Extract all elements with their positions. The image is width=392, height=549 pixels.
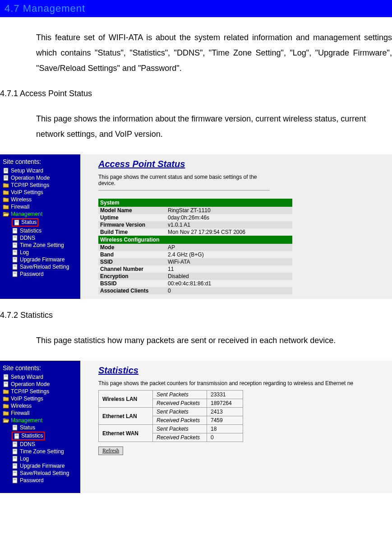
sidebar-item-timezone[interactable]: Time Zone Setting (2, 448, 78, 455)
sidebar-item-firewall[interactable]: Firewall (2, 409, 78, 417)
cell-key: Firmware Version (98, 221, 166, 228)
sidebar-item-management[interactable]: Management (2, 417, 78, 424)
sidebar-item-password[interactable]: Password (2, 270, 78, 278)
svg-rect-44 (13, 442, 17, 447)
content-desc: This page shows the current status and s… (98, 174, 270, 186)
cell-val: v1.0.1 A1 (166, 221, 292, 228)
packet-value: 1897264 (207, 399, 243, 408)
folder-icon (3, 410, 9, 416)
svg-rect-17 (13, 242, 17, 248)
sidebar-item-tcpip[interactable]: TCP/IP Settings (2, 388, 78, 395)
sidebar-item-label: VoIP Settings (11, 189, 43, 195)
sidebar-item-label: Password (20, 271, 44, 277)
svg-rect-53 (13, 463, 17, 469)
sidebar-item-log[interactable]: Log (2, 249, 78, 256)
packet-label: Received Packets (153, 433, 207, 442)
sidebar-item-operation-mode[interactable]: Operation Mode (2, 174, 78, 181)
cell-key: Model Name (98, 207, 166, 214)
packet-label: Received Packets (153, 399, 207, 408)
sidebar-item-label: Firewall (11, 410, 29, 416)
screenshot-statistics: Site contents: Setup Wizard Operation Mo… (0, 361, 392, 493)
sidebar-item-setup-wizard[interactable]: Setup Wizard (2, 373, 78, 381)
table-row: SSIDWiFi-ATA (98, 258, 292, 265)
sidebar-item-ddns[interactable]: DDNS (2, 234, 78, 242)
sidebar-item-label: Status (20, 424, 35, 431)
table-row: Model NameRingStar ZT-1110 (98, 207, 292, 214)
sidebar-item-savereload[interactable]: Save/Reload Setting (2, 470, 78, 477)
sidebar-item-timezone[interactable]: Time Zone Setting (2, 242, 78, 249)
sidebar-item-label: Management (11, 417, 42, 423)
sidebar-item-upgrade[interactable]: Upgrade Firmware (2, 462, 78, 470)
sidebar-item-setup-wizard[interactable]: Setup Wizard (2, 167, 78, 174)
cell-val: 00:e0:4c:81:86:d1 (166, 280, 292, 287)
file-icon (3, 167, 9, 174)
folder-icon (3, 396, 9, 401)
sidebar-item-upgrade[interactable]: Upgrade Firmware (2, 256, 78, 263)
packet-label: Received Packets (153, 416, 207, 425)
file-icon (12, 477, 18, 484)
svg-rect-32 (4, 374, 8, 380)
sidebar-item-firewall[interactable]: Firewall (2, 203, 78, 210)
sidebar-item-label: TCP/IP Settings (11, 182, 49, 188)
content-pane-statistics: Statistics This page shows the packet co… (80, 361, 392, 493)
intro-paragraph: This feature set of WIFI-ATA is about th… (36, 30, 392, 76)
sidebar-item-log[interactable]: Log (2, 455, 78, 462)
header-cell: Wireless Configuration (98, 236, 292, 244)
sidebar-item-label: Time Zone Setting (20, 242, 64, 248)
sidebar-item-label: Statistics (20, 228, 42, 234)
cell-val: 2.4 GHz (B+G) (166, 251, 292, 258)
file-icon (12, 456, 18, 462)
sidebar-item-voip[interactable]: VoIP Settings (2, 395, 78, 402)
svg-rect-14 (13, 235, 17, 241)
sidebar-item-ddns[interactable]: DDNS (2, 441, 78, 448)
folder-icon (3, 197, 9, 202)
sidebar-item-status[interactable]: Status (2, 424, 78, 431)
packet-label: Sent Packets (153, 391, 207, 399)
packet-label: Sent Packets (153, 408, 207, 416)
table-row: Build TimeMon Nov 27 17:29:54 CST 2006 (98, 228, 292, 236)
content-title: Statistics (98, 365, 384, 376)
cell-val: 11 (166, 265, 292, 273)
cell-key: SSID (98, 258, 166, 265)
sidebar-item-savereload[interactable]: Save/Reload Setting (2, 263, 78, 270)
content-title: Access Point Status (98, 159, 384, 169)
subsection-4-7-2-body: This page statistics how many packets ar… (36, 333, 392, 348)
cell-key: Channel Number (98, 265, 166, 273)
sidebar-item-wireless[interactable]: Wireless (2, 196, 78, 203)
table-header-wireless: Wireless Configuration (98, 236, 292, 244)
refresh-button[interactable]: Refresh (98, 447, 123, 455)
file-icon (12, 441, 18, 447)
sidebar-item-statistics[interactable]: Statistics (2, 431, 78, 441)
table-row: EncryptionDisabled (98, 273, 292, 280)
sidebar-item-management[interactable]: Management (2, 210, 78, 218)
sidebar-item-statistics[interactable]: Statistics (2, 227, 78, 234)
sidebar-item-label: Wireless (11, 403, 32, 409)
file-icon (12, 256, 18, 263)
sidebar-item-label: DDNS (20, 441, 35, 447)
statistics-table: Wireless LAN Sent Packets 23331 Received… (98, 390, 243, 442)
folder-icon (3, 403, 9, 409)
file-icon (3, 175, 9, 181)
sidebar-item-wireless[interactable]: Wireless (2, 402, 78, 409)
sidebar-item-status[interactable]: Status (2, 218, 78, 227)
file-icon (3, 381, 9, 387)
svg-rect-59 (13, 478, 17, 483)
sidebar-item-label: Save/Reload Setting (20, 470, 69, 476)
packet-value: 18 (207, 425, 243, 433)
iface-cell: Ethernet WAN (99, 425, 153, 442)
sidebar-item-tcpip[interactable]: TCP/IP Settings (2, 181, 78, 189)
folder-open-icon (3, 211, 9, 217)
sidebar-item-voip[interactable]: VoIP Settings (2, 189, 78, 196)
table-header-system: System (98, 199, 292, 207)
iface-cell: Ethernet LAN (99, 408, 153, 425)
sidebar-item-label: Upgrade Firmware (20, 256, 65, 263)
sidebar-item-password[interactable]: Password (2, 477, 78, 484)
table-row: Ethernet WAN Sent Packets 18 (99, 425, 243, 433)
cell-val: RingStar ZT-1110 (166, 207, 292, 214)
file-icon (3, 374, 9, 380)
folder-icon (3, 190, 9, 195)
table-row: Channel Number11 (98, 265, 292, 273)
sidebar-item-operation-mode[interactable]: Operation Mode (2, 381, 78, 388)
file-icon (12, 271, 18, 277)
section-title: 4.7 Management (5, 3, 85, 14)
